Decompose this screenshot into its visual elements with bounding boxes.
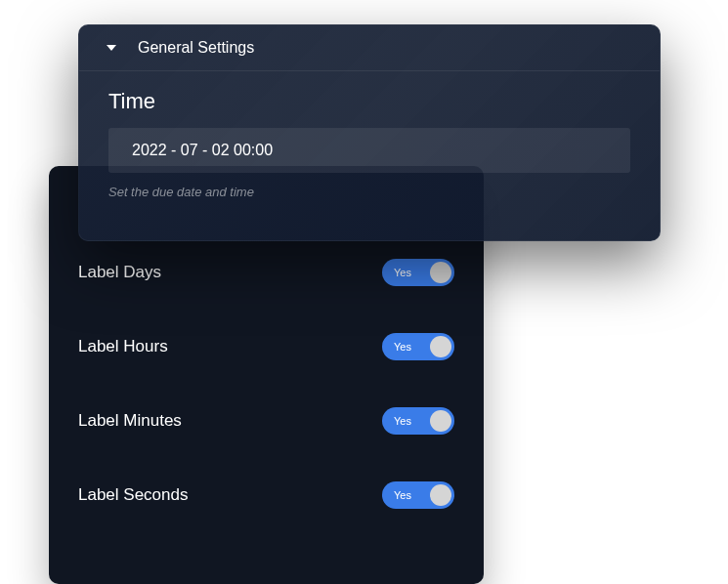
toggle-state-hours: Yes bbox=[394, 341, 411, 353]
toggle-row-seconds: Label Seconds Yes bbox=[78, 481, 454, 509]
panel-body: Time 2022 - 07 - 02 00:00 Set the due da… bbox=[79, 71, 660, 217]
time-value: 2022 - 07 - 02 00:00 bbox=[132, 142, 273, 159]
toggle-state-minutes: Yes bbox=[394, 415, 411, 427]
toggle-state-seconds: Yes bbox=[394, 489, 411, 501]
toggle-row-hours: Label Hours Yes bbox=[78, 333, 454, 360]
label-seconds-text: Label Seconds bbox=[78, 485, 188, 505]
label-hours-text: Label Hours bbox=[78, 337, 168, 356]
label-days-text: Label Days bbox=[78, 263, 161, 282]
toggle-row-minutes: Label Minutes Yes bbox=[78, 407, 454, 435]
label-days-toggle[interactable]: Yes bbox=[382, 259, 454, 286]
time-input[interactable]: 2022 - 07 - 02 00:00 bbox=[108, 128, 630, 173]
toggle-knob-minutes bbox=[430, 410, 451, 432]
label-hours-toggle[interactable]: Yes bbox=[382, 333, 454, 360]
label-seconds-toggle[interactable]: Yes bbox=[382, 481, 454, 509]
label-minutes-toggle[interactable]: Yes bbox=[382, 407, 454, 435]
label-minutes-text: Label Minutes bbox=[78, 411, 182, 431]
toggle-knob-seconds bbox=[430, 484, 451, 506]
general-settings-panel: General Settings Time 2022 - 07 - 02 00:… bbox=[78, 24, 661, 241]
time-label: Time bbox=[108, 89, 630, 114]
toggle-state-days: Yes bbox=[394, 267, 411, 278]
time-hint: Set the due date and time bbox=[108, 185, 630, 199]
panel-title: General Settings bbox=[138, 39, 254, 57]
chevron-down-icon bbox=[107, 45, 116, 51]
toggle-knob-days bbox=[430, 262, 451, 283]
toggle-row-days: Label Days Yes bbox=[78, 259, 454, 286]
panel-header[interactable]: General Settings bbox=[79, 25, 660, 71]
toggle-knob-hours bbox=[430, 336, 451, 357]
